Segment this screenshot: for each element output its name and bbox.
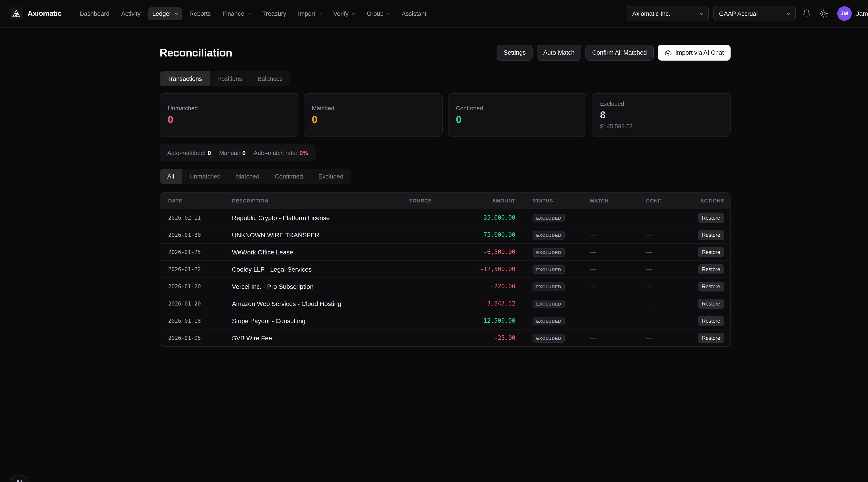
cell-status: EXCLUDED [515, 230, 590, 239]
stat-label: Unmatched [168, 105, 290, 111]
theme-toggle-button[interactable] [817, 7, 830, 20]
chevron-down-icon [247, 11, 251, 15]
restore-button[interactable]: Restore [698, 230, 724, 240]
stat-value: 0 [312, 114, 434, 125]
restore-button[interactable]: Restore [698, 247, 724, 257]
cell-amount: 35,000.00 [432, 214, 515, 221]
notifications-button[interactable] [800, 7, 813, 20]
cell-confidence: — [646, 249, 675, 255]
chevron-down-icon [786, 11, 790, 15]
nav-item-dashboard[interactable]: Dashboard [75, 7, 114, 20]
nav-item-label: Dashboard [80, 10, 110, 17]
nav-item-assistant[interactable]: Assistant [397, 7, 431, 20]
nav-item-label: Verify [333, 10, 348, 17]
cell-date: 2026-01-05 [168, 335, 232, 341]
restore-button[interactable]: Restore [698, 281, 724, 291]
auto-matched-label: Auto-matched: [167, 149, 206, 156]
floating-n-button[interactable]: N [9, 475, 30, 482]
nav-item-label: Finance [222, 10, 244, 17]
confirm-all-matched-button[interactable]: Confirm All Matched [585, 45, 654, 61]
cell-actions: Restore [675, 264, 724, 274]
auto-match-rate-label: Auto-match rate: [254, 149, 297, 156]
stat-label: Excluded [600, 100, 723, 107]
nav-item-group[interactable]: Group [362, 7, 395, 20]
cell-amount: 75,000.00 [432, 231, 515, 238]
app-logo[interactable] [9, 7, 23, 20]
basis-select[interactable]: GAAP Accrual [713, 6, 796, 21]
table-row: 2026-01-18Stripe Payout - Consulting12,5… [160, 312, 730, 329]
stat-sub: $145,592.52 [600, 123, 723, 130]
manual-label: Manual: [219, 149, 240, 156]
nav-item-label: Import [298, 10, 315, 17]
triangle-logo-icon [12, 9, 21, 18]
cell-confidence: — [646, 266, 675, 272]
filter-confirmed[interactable]: Confirmed [267, 169, 311, 184]
cell-actions: Restore [675, 281, 724, 291]
entity-select[interactable]: Axiomatic Inc. [626, 6, 709, 21]
bell-icon [802, 9, 811, 18]
stat-value: 0 [456, 114, 579, 125]
status-badge: EXCLUDED [532, 299, 565, 308]
fab-label: N [17, 479, 22, 482]
restore-button[interactable]: Restore [698, 333, 724, 343]
nav-item-verify[interactable]: Verify [329, 7, 360, 20]
stat-card-matched: Matched0 [304, 93, 442, 137]
filter-unmatched[interactable]: Unmatched [182, 169, 228, 184]
stat-value: 8 [600, 109, 723, 121]
import-via-ai-chat-button[interactable]: Import via AI Chat [657, 45, 731, 61]
tab-positions[interactable]: Positions [210, 71, 250, 86]
status-badge: EXCLUDED [532, 282, 565, 291]
cell-date: 2026-01-20 [168, 283, 232, 289]
cell-match: — [590, 300, 646, 307]
user-avatar[interactable]: JM [837, 6, 851, 21]
auto-match-button[interactable]: Auto-Match [537, 45, 581, 61]
cell-amount: -220.00 [432, 283, 515, 290]
nav-item-reports[interactable]: Reports [185, 7, 215, 20]
column-header-date: DATE [168, 198, 232, 203]
cell-status: EXCLUDED [515, 282, 590, 291]
auto-match-rate-stat: Auto-match rate:0% [254, 149, 308, 156]
user-name: Jam [856, 10, 868, 17]
button-label: Settings [504, 49, 526, 56]
restore-button[interactable]: Restore [698, 213, 724, 223]
restore-button[interactable]: Restore [698, 316, 724, 326]
cell-status: EXCLUDED [515, 248, 590, 256]
cell-status: EXCLUDED [515, 316, 590, 325]
cell-status: EXCLUDED [515, 213, 590, 222]
column-header-match: MATCH [590, 198, 646, 203]
filter-excluded[interactable]: Excluded [311, 169, 351, 184]
cell-description: Stripe Payout - Consulting [232, 317, 368, 324]
nav-item-import[interactable]: Import [293, 7, 326, 20]
settings-button[interactable]: Settings [497, 45, 532, 61]
topbar-right: Axiomatic Inc. GAAP Accrual [626, 6, 868, 21]
table-header-row: DATEDESCRIPTIONSOURCEAMOUNTSTATUSMATCHCO… [160, 193, 730, 209]
restore-button[interactable]: Restore [698, 264, 724, 274]
cell-description: WeWork Office Lease [232, 248, 368, 256]
table-row: 2026-01-25WeWork Office Lease-6,500.00EX… [160, 243, 730, 260]
cell-amount: -3,847.52 [432, 300, 515, 307]
column-header-actions: ACTIONS [675, 198, 724, 203]
auto-matched-value: 0 [208, 149, 211, 156]
cell-date: 2026-01-22 [168, 266, 232, 272]
stat-value: 0 [168, 114, 290, 125]
cell-status: EXCLUDED [515, 299, 590, 308]
match-stats-bar: Auto-matched:0 Manual:0 Auto-match rate:… [160, 144, 315, 161]
nav-item-treasury[interactable]: Treasury [258, 7, 291, 20]
restore-button[interactable]: Restore [698, 298, 724, 309]
manual-stat: Manual:0 [219, 149, 246, 156]
tab-transactions[interactable]: Transactions [160, 71, 210, 86]
table-row: 2026-01-20Amazon Web Services - Cloud Ho… [160, 295, 730, 312]
filter-matched[interactable]: Matched [228, 169, 267, 184]
tab-balances[interactable]: Balances [250, 71, 290, 86]
filter-all[interactable]: All [160, 169, 182, 184]
cell-amount: -6,500.00 [432, 249, 515, 255]
status-filters: AllUnmatchedMatchedConfirmedExcluded [160, 169, 351, 184]
nav-item-label: Group [367, 10, 383, 17]
entity-select-value: Axiomatic Inc. [632, 10, 670, 17]
nav-item-activity[interactable]: Activity [117, 7, 145, 20]
nav-item-finance[interactable]: Finance [218, 7, 255, 20]
table-row: 2026-01-20Vercel Inc. - Pro Subscription… [160, 278, 730, 295]
basis-select-value: GAAP Accrual [719, 10, 758, 17]
cell-description: Vercel Inc. - Pro Subscription [232, 283, 368, 290]
nav-item-ledger[interactable]: Ledger [148, 7, 182, 20]
